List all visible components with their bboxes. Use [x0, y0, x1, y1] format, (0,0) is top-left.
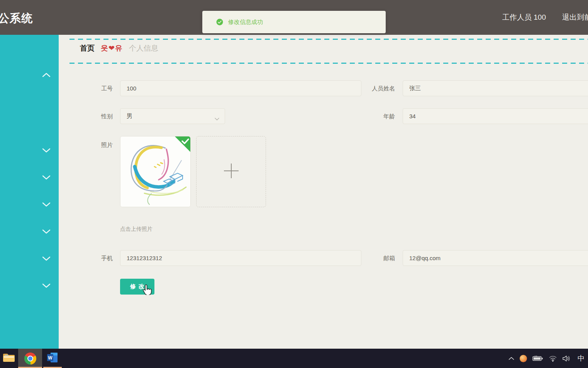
system-tray: 中	[508, 349, 586, 368]
gender-select-value: 男	[127, 112, 132, 120]
volume-icon[interactable]	[563, 355, 571, 362]
battery-icon[interactable]	[532, 355, 543, 361]
file-explorer-taskbar-button[interactable]	[0, 349, 18, 368]
tray-app-icon[interactable]	[520, 355, 527, 362]
dashed-divider-bottom	[69, 63, 588, 64]
wifi-icon[interactable]	[549, 355, 557, 362]
dashed-divider-top	[69, 39, 588, 40]
gender-label: 性别	[66, 108, 113, 124]
submit-button[interactable]: 修改	[120, 279, 154, 295]
app-title: 公系统	[0, 11, 33, 26]
upload-hint: 点击上传照片	[120, 226, 153, 233]
sidebar-group-toggle[interactable]	[41, 256, 51, 262]
file-explorer-icon	[2, 352, 15, 365]
header-user-label: 工作人员 100	[502, 12, 546, 22]
logout-link[interactable]: 退出到前	[562, 12, 588, 22]
employee-id-label: 工号	[66, 80, 113, 96]
email-input[interactable]	[403, 250, 588, 266]
sidebar-group-toggle[interactable]	[41, 72, 51, 78]
employee-id-input[interactable]	[120, 80, 361, 96]
toast-message: 修改信息成功	[228, 19, 263, 26]
chrome-icon	[24, 353, 36, 365]
photo-thumbnail[interactable]	[120, 136, 191, 207]
success-check-icon	[216, 19, 223, 26]
breadcrumb: 首页 웃❤유 个人信息	[80, 43, 158, 53]
ime-indicator[interactable]: 中	[576, 354, 586, 363]
sidebar-group-toggle[interactable]	[41, 202, 51, 208]
taskbar: W	[0, 349, 588, 368]
chevron-down-icon	[42, 256, 51, 262]
email-label: 邮箱	[329, 250, 395, 266]
plus-icon	[223, 162, 240, 181]
chevron-down-icon	[42, 147, 51, 154]
sidebar-group-toggle[interactable]	[41, 175, 51, 181]
phone-label: 手机	[66, 250, 113, 266]
chevron-down-icon	[42, 228, 51, 235]
chevron-up-icon	[42, 72, 51, 79]
sidebar-group-toggle[interactable]	[41, 148, 51, 153]
chrome-taskbar-button[interactable]	[18, 349, 42, 368]
breadcrumb-current: 个人信息	[129, 43, 158, 53]
sidebar-group-toggle[interactable]	[41, 229, 51, 235]
breadcrumb-home[interactable]: 首页	[80, 43, 95, 53]
chevron-down-icon	[42, 174, 51, 181]
gender-select[interactable]: 男	[120, 108, 225, 124]
name-label: 人员姓名	[329, 80, 395, 96]
svg-text:W: W	[48, 355, 53, 361]
word-icon: W	[47, 352, 58, 365]
uploaded-photo-image	[120, 136, 190, 207]
tray-expand-chevron-up-icon[interactable]	[508, 357, 514, 360]
main-content: 首页 웃❤유 个人信息 工号 人员姓名 性别 男 年龄 照片	[59, 35, 588, 349]
name-input[interactable]	[403, 80, 588, 96]
breadcrumb-separator: 웃❤유	[101, 43, 123, 53]
phone-input[interactable]	[120, 250, 361, 266]
application-window: 公系统 工作人员 100 退出到前 修改信息成功 首页 웃❤유 个人信息 工号 …	[0, 0, 588, 368]
chevron-down-icon	[215, 115, 219, 122]
sidebar	[0, 35, 59, 349]
sidebar-group-toggle[interactable]	[41, 283, 51, 289]
chevron-down-icon	[42, 201, 51, 208]
word-taskbar-button[interactable]: W	[43, 349, 62, 368]
success-toast: 修改信息成功	[202, 11, 386, 33]
photo-label: 照片	[66, 136, 113, 154]
age-input[interactable]	[403, 108, 588, 124]
age-label: 年龄	[329, 108, 395, 124]
chevron-down-icon	[42, 283, 51, 290]
photo-upload-box[interactable]	[196, 136, 266, 207]
